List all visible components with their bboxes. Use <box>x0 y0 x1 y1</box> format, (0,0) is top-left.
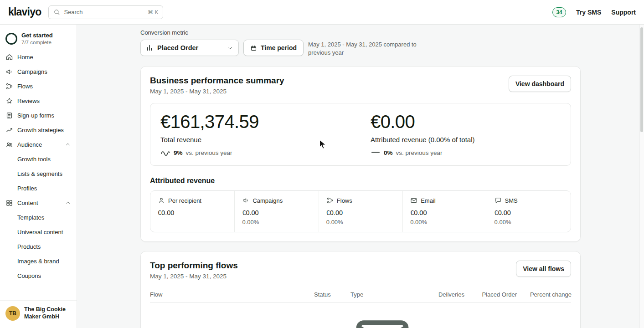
megaphone-icon <box>5 68 13 76</box>
get-started-link[interactable]: Get started 7/7 complete <box>0 28 77 50</box>
flow-table-row[interactable]: amail-Abandoned Cart-DE Added to Cart Li… <box>150 302 571 328</box>
calendar-icon <box>250 45 257 51</box>
stat-label: Per recipient <box>168 197 201 204</box>
stat-value: €0.00 <box>495 209 563 216</box>
time-period-button[interactable]: Time period <box>243 40 304 56</box>
bar-chart-icon <box>146 44 153 51</box>
account-switcher[interactable]: TB The Big Cookie Maker GmbH <box>0 300 77 328</box>
sidebar-item-label: Templates <box>17 214 44 221</box>
megaphone-icon <box>242 197 249 204</box>
revenue-metrics-box: €161,374.59 Total revenue 9% vs. previou… <box>150 103 571 166</box>
sidebar-item-label: Content <box>17 200 38 206</box>
sidebar-item-flows[interactable]: Flows <box>0 79 77 93</box>
trending-up-icon <box>5 126 13 134</box>
sidebar-item-universal-content[interactable]: Universal content <box>0 225 77 239</box>
sidebar-item-label: Profiles <box>17 185 37 192</box>
email-type-icon <box>350 308 414 328</box>
progress-ring-icon <box>5 33 17 45</box>
star-icon <box>5 97 13 105</box>
per-recipient-icon <box>158 197 165 204</box>
attributed-revenue-title: Attributed revenue <box>150 177 571 185</box>
get-started-progress: 7/7 complete <box>21 40 53 45</box>
sidebar-item-label: Sign-up forms <box>17 112 54 119</box>
attributed-revenue-change-note: vs. previous year <box>396 149 443 156</box>
chat-bubble-icon <box>495 197 502 204</box>
view-all-flows-button[interactable]: View all flows <box>516 261 571 277</box>
search-input[interactable]: Search ⌘ K <box>48 5 163 19</box>
flows-icon <box>326 197 334 204</box>
total-revenue-change-note: vs. previous year <box>186 149 232 156</box>
envelope-icon <box>410 197 417 204</box>
card-title: Top performing flows <box>150 261 238 271</box>
column-type: Type <box>350 291 414 298</box>
flows-icon <box>5 82 13 90</box>
sidebar-item-images-brand[interactable]: Images & brand <box>0 254 77 268</box>
home-icon <box>5 53 13 61</box>
time-period-label: Time period <box>261 44 297 51</box>
attributed-revenue-metric: €0.00 Attributed revenue (0.00% of total… <box>361 103 571 165</box>
comparison-date-note: May 1, 2025 - May 31, 2025 compared to p… <box>308 40 422 57</box>
sidebar-item-content[interactable]: Content <box>0 195 77 210</box>
card-date-range: May 1, 2025 - May 31, 2025 <box>150 88 284 95</box>
attributed-revenue-value: €0.00 <box>371 112 561 132</box>
stat-percent <box>158 219 227 226</box>
sidebar: Get started 7/7 complete Home Campaigns … <box>0 25 77 328</box>
main-area: Conversion metric Placed Order Time peri… <box>77 25 644 328</box>
total-revenue-change: 9% <box>174 149 183 156</box>
sidebar-item-label: Growth tools <box>17 156 51 163</box>
stat-flows: Flows €0.00 0.00% <box>319 191 402 232</box>
stat-email: Email €0.00 0.00% <box>402 191 486 232</box>
notifications-badge[interactable]: 34 <box>552 7 566 17</box>
sidebar-item-lists-segments[interactable]: Lists & segments <box>0 166 77 181</box>
stat-label: SMS <box>505 197 518 204</box>
sidebar-item-reviews[interactable]: Reviews <box>0 93 77 108</box>
stat-label: Campaigns <box>252 197 283 204</box>
klaviyo-logo[interactable]: klaviyo <box>8 6 41 18</box>
sidebar-item-label: Reviews <box>17 97 40 104</box>
chevron-down-icon <box>227 45 233 51</box>
try-sms-button[interactable]: Try SMS <box>576 9 601 16</box>
sidebar-item-label: Lists & segments <box>17 170 62 177</box>
flat-line-icon <box>371 149 381 156</box>
sidebar-item-home[interactable]: Home <box>0 50 77 64</box>
sidebar-item-growth-strategies[interactable]: Growth strategies <box>0 123 77 137</box>
scrollbar-track[interactable] <box>639 25 644 328</box>
sidebar-item-campaigns[interactable]: Campaigns <box>0 64 77 79</box>
stat-per-recipient: Per recipient €0.00 <box>150 191 234 232</box>
support-button[interactable]: Support <box>611 9 636 16</box>
stat-value: €0.00 <box>410 209 479 216</box>
column-percent-change: Percent change <box>517 291 572 298</box>
stat-label: Email <box>421 197 436 204</box>
view-dashboard-button[interactable]: View dashboard <box>509 76 571 92</box>
attributed-revenue-change: 0% <box>384 149 393 156</box>
stat-value: €0.00 <box>242 209 311 216</box>
topbar-actions: 34 Try SMS Support <box>552 7 636 17</box>
sidebar-item-label: Coupons <box>17 272 41 279</box>
sidebar-item-templates[interactable]: Templates <box>0 210 77 225</box>
sidebar-item-profiles[interactable]: Profiles <box>0 181 77 195</box>
card-date-range: May 1, 2025 - May 31, 2025 <box>150 273 238 280</box>
scrollbar-thumb[interactable] <box>640 27 643 132</box>
sidebar-item-label: Home <box>17 54 33 61</box>
sidebar-item-signup-forms[interactable]: Sign-up forms <box>0 108 77 123</box>
conversion-metric-dropdown[interactable]: Placed Order <box>140 40 239 56</box>
grid-icon <box>5 199 13 207</box>
account-name: The Big Cookie Maker GmbH <box>24 306 71 320</box>
sidebar-item-audience[interactable]: Audience <box>0 137 77 152</box>
chevron-up-icon <box>65 141 71 148</box>
sidebar-item-label: Images & brand <box>17 258 59 265</box>
stat-label: Flows <box>337 197 352 204</box>
stat-percent: 0.00% <box>242 219 311 226</box>
search-placeholder: Search <box>64 9 82 15</box>
sidebar-item-label: Growth strategies <box>17 127 64 133</box>
search-icon <box>53 9 60 15</box>
sidebar-item-label: Audience <box>17 141 42 148</box>
stat-sms: SMS €0.00 0.00% <box>487 191 571 232</box>
sidebar-item-coupons[interactable]: Coupons <box>0 268 77 283</box>
sidebar-item-growth-tools[interactable]: Growth tools <box>0 152 77 166</box>
sidebar-item-label: Products <box>17 243 41 250</box>
sidebar-item-products[interactable]: Products <box>0 239 77 254</box>
search-shortcut: ⌘ K <box>148 9 158 15</box>
attributed-revenue-label: Attributed revenue (0.00% of total) <box>371 136 561 144</box>
flows-table-header: Flow Status Type Deliveries Placed Order… <box>150 287 571 302</box>
